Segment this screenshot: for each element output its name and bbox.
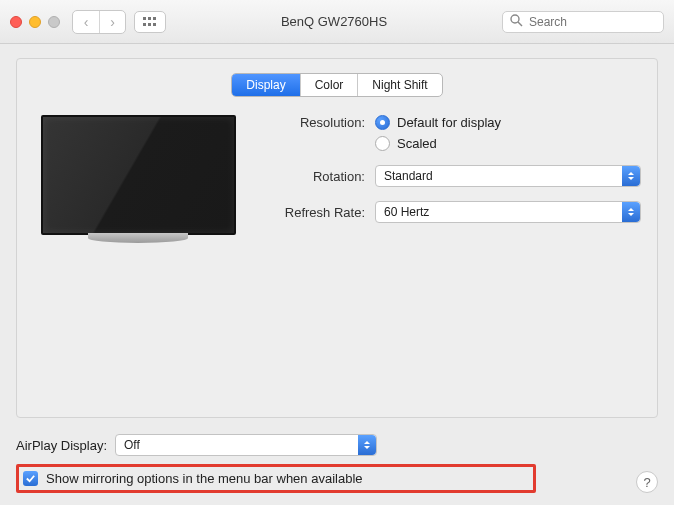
search-icon	[510, 14, 523, 30]
main-panel: Display Color Night Shift Resolution: De…	[16, 58, 658, 418]
svg-point-6	[511, 15, 519, 23]
resolution-scaled-label: Scaled	[397, 136, 437, 151]
airplay-value: Off	[124, 438, 140, 452]
svg-line-7	[518, 22, 522, 26]
resolution-label: Resolution:	[265, 115, 365, 130]
tab-bar: Display Color Night Shift	[231, 73, 442, 97]
monitor-stand-icon	[88, 233, 188, 243]
resolution-default-label: Default for display	[397, 115, 501, 130]
minimize-window-button[interactable]	[29, 16, 41, 28]
back-button[interactable]: ‹	[73, 11, 99, 33]
rotation-select[interactable]: Standard	[375, 165, 641, 187]
forward-button[interactable]: ›	[99, 11, 125, 33]
refresh-rate-label: Refresh Rate:	[265, 205, 365, 220]
svg-rect-3	[143, 23, 146, 26]
svg-rect-0	[143, 17, 146, 20]
refresh-rate-value: 60 Hertz	[384, 205, 429, 219]
rotation-label: Rotation:	[265, 169, 365, 184]
chevron-updown-icon	[622, 166, 640, 186]
mirroring-label: Show mirroring options in the menu bar w…	[46, 471, 363, 486]
window-title: BenQ GW2760HS	[166, 14, 502, 29]
svg-rect-5	[153, 23, 156, 26]
chevron-updown-icon	[622, 202, 640, 222]
monitor-screen-icon	[41, 115, 236, 235]
help-button[interactable]: ?	[636, 471, 658, 493]
rotation-value: Standard	[384, 169, 433, 183]
zoom-window-button[interactable]	[48, 16, 60, 28]
close-window-button[interactable]	[10, 16, 22, 28]
chevron-updown-icon	[358, 435, 376, 455]
mirroring-checkbox[interactable]	[23, 471, 38, 486]
resolution-default-radio[interactable]: Default for display	[375, 115, 501, 130]
highlighted-option: Show mirroring options in the menu bar w…	[16, 464, 536, 493]
grid-icon	[143, 17, 157, 27]
tab-color[interactable]: Color	[300, 74, 358, 96]
radio-checked-icon	[375, 115, 390, 130]
monitor-preview	[33, 115, 243, 243]
radio-unchecked-icon	[375, 136, 390, 151]
checkmark-icon	[25, 473, 36, 484]
svg-rect-1	[148, 17, 151, 20]
airplay-label: AirPlay Display:	[16, 438, 107, 453]
svg-rect-4	[148, 23, 151, 26]
tab-night-shift[interactable]: Night Shift	[357, 74, 441, 96]
refresh-rate-select[interactable]: 60 Hertz	[375, 201, 641, 223]
nav-buttons: ‹ ›	[72, 10, 126, 34]
svg-rect-2	[153, 17, 156, 20]
show-all-button[interactable]	[134, 11, 166, 33]
resolution-scaled-radio[interactable]: Scaled	[375, 136, 501, 151]
search-input[interactable]	[502, 11, 664, 33]
airplay-select[interactable]: Off	[115, 434, 377, 456]
tab-display[interactable]: Display	[232, 74, 299, 96]
